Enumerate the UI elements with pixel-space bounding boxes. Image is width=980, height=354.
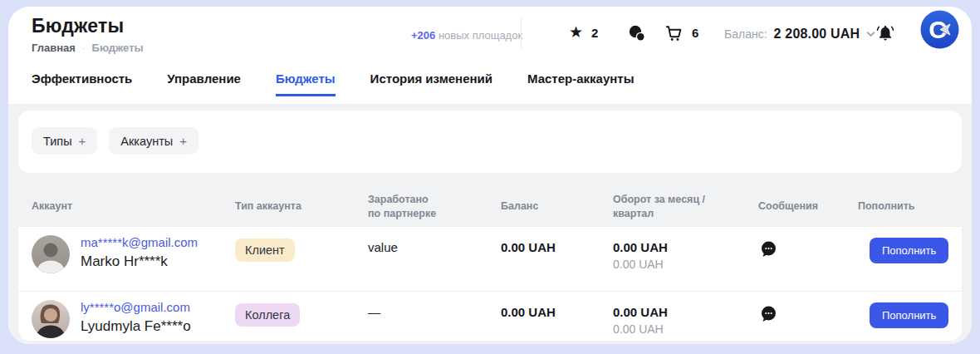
header-divider	[521, 17, 522, 48]
account-type-badge: Коллега	[235, 303, 300, 327]
app-window: Бюджеты Главная · Бюджеты +206 новых пло…	[8, 7, 972, 344]
topup-cell: Пополнить	[858, 238, 948, 263]
page-title: Бюджеты	[32, 15, 124, 37]
plus-icon: +	[79, 134, 86, 148]
col-header-topup: Пополнить	[858, 199, 948, 214]
earned-cell: value	[368, 240, 501, 254]
table-header-row: Аккаунт Тип аккаунта Заработано по партн…	[18, 187, 962, 226]
plus-icon: +	[179, 134, 187, 148]
new-platforms-label: новых площадок	[439, 29, 522, 42]
new-platforms-count: +206	[411, 29, 435, 42]
filter-chip-types[interactable]: Типы +	[32, 127, 97, 155]
account-cell: ma*****k@gmail.com Marko Hr****k	[32, 235, 235, 273]
content-section: Типы + Аккаунты + Аккаунт Тип аккаунта З…	[8, 104, 972, 344]
col-header-account: Аккаунт	[32, 199, 235, 214]
message-bubble-icon[interactable]	[758, 304, 778, 324]
account-email[interactable]: ly*****o@gmail.com	[81, 300, 191, 314]
account-name: Lyudmyla Fe****o	[81, 318, 191, 335]
filter-chip-accounts-label: Аккаунты	[120, 135, 173, 148]
topup-button[interactable]: Пополнить	[870, 238, 948, 263]
account-cell: ly*****o@gmail.com Lyudmyla Fe****o	[32, 300, 235, 338]
account-name: Marko Hr****k	[81, 253, 198, 270]
turnover-quarter: 0.00 UAH	[613, 322, 758, 336]
balance-cell: 0.00 UAH	[501, 305, 613, 319]
breadcrumb: Главная · Бюджеты	[32, 42, 144, 54]
col-header-messages: Сообщения	[758, 199, 858, 214]
account-info: ma*****k@gmail.com Marko Hr****k	[81, 235, 198, 270]
col-header-earned: Заработано по партнерке	[368, 193, 501, 221]
tab-master-accounts[interactable]: Мастер-аккаунты	[527, 71, 634, 96]
new-platforms-link[interactable]: +206 новых площадок	[411, 29, 522, 42]
balance-label: Баланс:	[724, 27, 767, 41]
filter-chip-accounts[interactable]: Аккаунты +	[109, 127, 198, 155]
tab-management[interactable]: Управление	[167, 71, 241, 96]
page-header: Бюджеты Главная · Бюджеты +206 новых пло…	[8, 7, 972, 104]
balance-cell: 0.00 UAH	[501, 240, 613, 254]
col-header-turnover: Оборот за месяц / квартал	[613, 193, 758, 221]
filter-chip-types-label: Типы	[43, 135, 72, 148]
account-info: ly*****o@gmail.com Lyudmyla Fe****o	[81, 300, 191, 335]
breadcrumb-separator: ·	[82, 43, 86, 53]
message-bubble-icon[interactable]	[758, 239, 778, 259]
topup-cell: Пополнить	[858, 302, 948, 328]
turnover-cell: 0.00 UAH 0.00 UAH	[613, 238, 758, 271]
turnover-quarter: 0.00 UAH	[613, 258, 758, 271]
col-header-balance: Баланс	[501, 199, 613, 214]
tab-bar: Эффективность Управление Бюджеты История…	[32, 71, 634, 96]
chat-icon	[627, 23, 647, 43]
account-type-cell: Клиент	[235, 238, 368, 262]
messages-cell	[758, 302, 858, 327]
cart-icon	[664, 23, 684, 42]
messages-button[interactable]	[627, 23, 647, 43]
account-type-badge: Клиент	[235, 238, 295, 262]
chevron-down-icon	[866, 31, 875, 37]
breadcrumb-home[interactable]: Главная	[32, 42, 76, 54]
avatar	[32, 235, 70, 273]
messages-cell	[758, 238, 858, 263]
filters-card: Типы + Аккаунты +	[18, 111, 962, 173]
budgets-table-card: Аккаунт Тип аккаунта Заработано по партн…	[18, 187, 962, 341]
table-row: ly*****o@gmail.com Lyudmyla Fe****o Колл…	[18, 291, 962, 341]
turnover-month: 0.00 UAH	[613, 240, 758, 254]
cart-count: 6	[692, 26, 698, 40]
tab-effectiveness[interactable]: Эффективность	[32, 71, 132, 96]
favorites-counter[interactable]: ★ 2	[569, 23, 598, 42]
account-type-cell: Коллега	[235, 302, 368, 327]
account-email[interactable]: ma*****k@gmail.com	[81, 235, 198, 249]
turnover-month: 0.00 UAH	[613, 305, 758, 319]
tab-budgets[interactable]: Бюджеты	[276, 71, 336, 96]
table-row: ma*****k@gmail.com Marko Hr****k Клиент …	[18, 226, 962, 291]
avatar	[32, 300, 70, 338]
star-icon: ★	[569, 23, 583, 42]
turnover-cell: 0.00 UAH 0.00 UAH	[613, 302, 758, 336]
cart-counter[interactable]: 6	[664, 23, 698, 42]
filter-chips: Типы + Аккаунты +	[18, 111, 962, 171]
balance-value: 2 208.00 UAH	[774, 27, 860, 42]
balance-dropdown[interactable]: Баланс: 2 208.00 UAH	[724, 27, 875, 42]
breadcrumb-current: Бюджеты	[92, 42, 144, 54]
earned-cell: —	[368, 305, 501, 319]
col-header-account-type: Тип аккаунта	[235, 199, 368, 214]
logo[interactable]: C	[920, 10, 959, 49]
favorites-count: 2	[591, 26, 598, 40]
tab-change-history[interactable]: История изменений	[370, 71, 492, 96]
topup-button[interactable]: Пополнить	[870, 302, 948, 328]
notification-bell-icon[interactable]	[875, 22, 895, 42]
